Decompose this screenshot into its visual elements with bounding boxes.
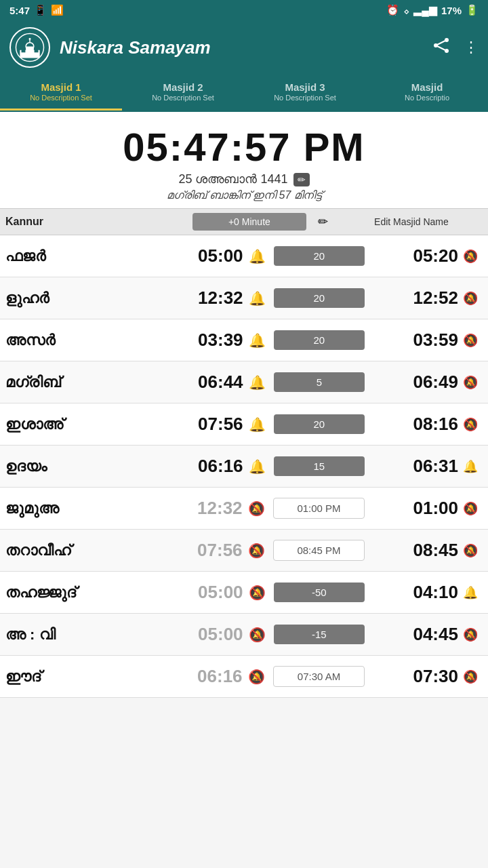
prayer-bell-icon[interactable]: 🔔 [243, 332, 271, 349]
app-title: Niskara Samayam [60, 37, 423, 58]
prayer-name: ളുഹർ [5, 290, 145, 307]
prayer-bell-icon[interactable]: 🔕 [243, 627, 271, 643]
prayer-final-bell-icon[interactable]: 🔕 [458, 669, 483, 684]
prayer-final-time: 08:45 [367, 540, 458, 561]
tab-masjid3-name: Masjid 3 [247, 81, 363, 93]
tab-masjid3[interactable]: Masjid 3 No Description Set [244, 75, 366, 111]
prayer-bell-icon[interactable]: 🔔 [243, 374, 271, 391]
prayer-base-time: 05:00 [145, 624, 243, 645]
status-right: ⏰ ⬦ ▂▄▆ 17% 🔋 [386, 4, 479, 16]
prayer-row: ഇശാഅ് 07:56 🔔 20 08:16 🔕 [0, 403, 488, 446]
edit-date-button[interactable]: ✏ [293, 173, 310, 186]
prayer-name: തഹജ്ജുദ് [5, 584, 145, 601]
prayer-final-time: 08:16 [367, 414, 458, 435]
prayer-offset[interactable]: 20 [274, 246, 365, 266]
prayer-name: ജുമുഅ [5, 500, 145, 517]
prayer-final-time: 07:30 [367, 666, 458, 687]
prayer-row: ജുമുഅ 12:32 🔕 01:00 PM 01:00 🔕 [0, 488, 488, 530]
status-time: 5:47 [9, 5, 30, 16]
prayer-bell-icon[interactable]: 🔕 [243, 585, 271, 601]
share-button[interactable] [432, 38, 450, 57]
prayer-offset[interactable]: -50 [274, 583, 365, 602]
prayer-name: തറാവീഹ് [5, 542, 145, 559]
tab-masjid1-name: Masjid 1 [3, 81, 119, 93]
sim-icon: 📱 [34, 4, 47, 16]
prayer-offset[interactable]: -15 [274, 625, 365, 644]
prayer-offset[interactable]: 07:30 AM [273, 666, 365, 687]
signal-bars-icon: ▂▄▆ [413, 4, 437, 16]
prayer-final-time: 04:45 [367, 624, 458, 645]
prayer-final-time: 06:31 [367, 456, 458, 477]
tab-masjid3-desc: No Description Set [247, 94, 363, 102]
edit-masjid-label: Edit Masjid Name [340, 216, 483, 227]
header-icons: ⋮ [432, 38, 479, 57]
tab-masjid1-desc: No Description Set [3, 94, 119, 102]
prayer-name: മഗ്‌രിബ് [5, 374, 145, 391]
prayer-final-bell-icon[interactable]: 🔔 [458, 585, 483, 600]
prayer-final-time: 05:20 [367, 245, 458, 267]
current-date: 25 ശഅബാൻ 1441 ✏ [7, 172, 481, 186]
tab-masjid4-name: Masjid [369, 81, 485, 93]
prayer-base-time: 12:32 [145, 498, 243, 519]
tab-masjid1[interactable]: Masjid 1 No Description Set [0, 75, 122, 111]
menu-button[interactable]: ⋮ [464, 39, 479, 56]
svg-rect-6 [22, 47, 26, 52]
prayer-base-time: 12:32 [145, 288, 243, 309]
prayer-final-bell-icon[interactable]: 🔕 [458, 501, 483, 516]
prayer-row: ഉദയം 06:16 🔔 15 06:31 🔔 [0, 446, 488, 488]
prayer-offset[interactable]: 08:45 PM [273, 540, 365, 561]
prayer-final-time: 12:52 [367, 288, 458, 309]
prayer-offset[interactable]: 20 [274, 330, 365, 350]
prayer-bell-icon[interactable]: 🔔 [243, 416, 271, 433]
time-remaining: മഗ്‌രിബ് ബാങ്കിന് ഇനി 57 മിനിട്ട് [7, 189, 481, 201]
edit-pencil-icon[interactable]: ✏ [309, 214, 338, 229]
prayer-bell-icon[interactable]: 🔔 [243, 290, 271, 307]
prayer-base-time: 06:44 [145, 372, 243, 393]
prayer-name: അ : വി [5, 626, 145, 644]
prayer-offset[interactable]: 01:00 PM [273, 498, 365, 519]
prayer-offset[interactable]: 20 [274, 288, 365, 308]
prayer-name: ഇശാഅ് [5, 416, 145, 433]
prayer-row: തറാവീഹ് 07:56 🔕 08:45 PM 08:45 🔕 [0, 530, 488, 572]
tab-masjid2-name: Masjid 2 [125, 81, 241, 93]
prayer-offset[interactable]: 15 [274, 456, 365, 476]
prayer-final-bell-icon[interactable]: 🔕 [458, 627, 483, 642]
prayer-bell-icon[interactable]: 🔔 [243, 248, 271, 264]
prayer-bell-icon[interactable]: 🔕 [243, 500, 270, 517]
tab-masjid4[interactable]: Masjid No Descriptio [366, 75, 488, 111]
prayer-offset[interactable]: 20 [274, 414, 365, 434]
alarm-icon: ⏰ [386, 4, 399, 16]
prayer-final-bell-icon[interactable]: 🔕 [458, 291, 483, 306]
prayer-final-bell-icon[interactable]: 🔔 [458, 459, 483, 474]
prayer-base-time: 05:00 [145, 245, 243, 267]
prayer-final-time: 01:00 [367, 498, 458, 519]
prayer-bell-icon[interactable]: 🔕 [243, 669, 270, 685]
prayer-row: മഗ്‌രിബ് 06:44 🔔 5 06:49 🔕 [0, 361, 488, 403]
prayer-name: അസർ [5, 332, 145, 349]
prayer-name: ഫജർ [5, 248, 145, 265]
status-left: 5:47 📱 📶 [9, 4, 64, 16]
tab-masjid2[interactable]: Masjid 2 No Description Set [122, 75, 244, 111]
svg-rect-7 [35, 47, 39, 52]
prayer-bell-icon[interactable]: 🔕 [243, 542, 270, 559]
prayer-offset[interactable]: 5 [274, 372, 365, 392]
prayer-name: ഉദയം [5, 458, 145, 475]
svg-point-5 [29, 38, 31, 40]
prayer-final-bell-icon[interactable]: 🔕 [458, 333, 483, 348]
prayer-final-time: 06:49 [367, 372, 458, 393]
prayer-name: ഈദ് [5, 668, 145, 686]
prayer-final-bell-icon[interactable]: 🔕 [458, 375, 483, 390]
date-text: 25 ശഅബാൻ 1441 [178, 172, 287, 186]
masjid-tabs: Masjid 1 No Description Set Masjid 2 No … [0, 75, 488, 112]
prayer-final-bell-icon[interactable]: 🔕 [458, 249, 483, 264]
prayer-final-bell-icon[interactable]: 🔕 [458, 417, 483, 432]
prayer-row: അസർ 03:39 🔔 20 03:59 🔕 [0, 319, 488, 361]
offset-button[interactable]: +0 Minute [192, 213, 306, 231]
prayer-base-time: 07:56 [145, 540, 243, 561]
prayer-bell-icon[interactable]: 🔔 [243, 458, 271, 475]
prayer-final-bell-icon[interactable]: 🔕 [458, 543, 483, 558]
prayer-row: തഹജ്ജുദ് 05:00 🔕 -50 04:10 🔔 [0, 572, 488, 614]
prayer-final-time: 03:59 [367, 330, 458, 351]
prayer-row: ഫജർ 05:00 🔔 20 05:20 🔕 [0, 235, 488, 277]
location-label: Kannur [5, 216, 162, 228]
